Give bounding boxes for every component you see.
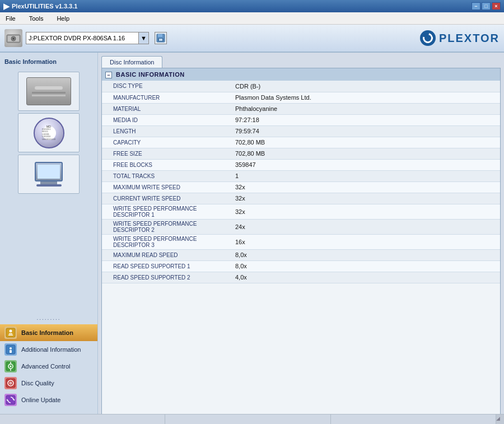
row-value: Plasmon Data Systems Ltd. bbox=[231, 92, 500, 103]
nav-item-advanced-control[interactable]: Advanced Control bbox=[0, 358, 97, 375]
table-container[interactable]: − BASIC INFORMATION DISC TYPECDR (B-)MAN… bbox=[101, 68, 501, 416]
save-button[interactable] bbox=[155, 32, 167, 44]
row-key: READ SPEED SUPPORTED 1 bbox=[102, 260, 231, 272]
table-row: CURRENT WRITE SPEED32x bbox=[102, 193, 500, 204]
sidebar-nav: Basic Information Additional Information bbox=[0, 323, 97, 409]
close-button[interactable]: × bbox=[492, 2, 501, 10]
row-value: 4,0x bbox=[231, 272, 500, 283]
table-row: DISC TYPECDR (B-) bbox=[102, 81, 500, 92]
nav-item-additional-information[interactable]: Additional Information bbox=[0, 341, 97, 358]
row-value: 97:27:18 bbox=[231, 114, 500, 125]
row-key: CAPACITY bbox=[102, 137, 231, 148]
table-row: WRITE SPEED PERFORMANCE DESCRIPTOR 132x bbox=[102, 204, 500, 219]
advanced-control-icon bbox=[4, 360, 17, 372]
computer-icon bbox=[35, 162, 63, 187]
maximize-button[interactable]: □ bbox=[482, 2, 491, 10]
row-key: DISC TYPE bbox=[102, 81, 231, 92]
nav-label-basic: Basic Information bbox=[21, 329, 73, 336]
sidebar-title: Basic Information bbox=[0, 55, 97, 69]
drive-icon bbox=[4, 29, 22, 47]
title-controls: − □ × bbox=[472, 2, 501, 10]
row-value: CDR (B-) bbox=[231, 81, 500, 92]
drive-combo-text: J:PLEXTOR DVDR PX-806SA 1.16 bbox=[26, 35, 138, 41]
svg-point-23 bbox=[10, 383, 11, 384]
main-layout: Basic Information MD 0101011001 bbox=[0, 53, 504, 423]
tab-bar: Disc Information bbox=[101, 56, 501, 68]
nav-label-advanced: Advanced Control bbox=[21, 363, 70, 370]
nav-label-additional: Additional Information bbox=[21, 346, 81, 353]
nav-label-update: Online Update bbox=[21, 397, 60, 403]
table-row: WRITE SPEED PERFORMANCE DESCRIPTOR 224x bbox=[102, 219, 500, 234]
section-title: BASIC INFORMATION bbox=[116, 71, 185, 78]
row-key: MAXIMUM READ SPEED bbox=[102, 249, 231, 260]
svg-rect-7 bbox=[159, 39, 162, 41]
status-segment-2 bbox=[165, 414, 330, 424]
row-key: FREE SIZE bbox=[102, 148, 231, 159]
nav-item-basic-information[interactable]: Basic Information bbox=[0, 324, 97, 341]
plextor-circle-icon bbox=[420, 30, 436, 46]
menu-help[interactable]: Help bbox=[53, 14, 73, 23]
disc-quality-icon bbox=[4, 377, 17, 389]
minimize-button[interactable]: − bbox=[472, 2, 480, 10]
plextor-brand-text: PLEXTOR bbox=[439, 32, 500, 45]
tab-disc-information[interactable]: Disc Information bbox=[101, 56, 162, 68]
svg-rect-8 bbox=[6, 328, 15, 337]
nav-item-disc-quality[interactable]: Disc Quality bbox=[0, 375, 97, 392]
row-value: 8,0x bbox=[231, 260, 500, 272]
menu-file[interactable]: File bbox=[2, 14, 19, 23]
row-key: MANUFACTURER bbox=[102, 92, 231, 103]
row-key: MATERIAL bbox=[102, 103, 231, 114]
cd-icon: MD 010101100111110001110101010000101110 bbox=[34, 118, 64, 148]
status-segment-1 bbox=[0, 414, 165, 424]
row-key: MAXIMUM WRITE SPEED bbox=[102, 181, 231, 193]
cd-label: MD 010101100111110001110101010000101110 bbox=[42, 126, 56, 140]
app-title: PlexUTILITIES v1.3.3.1 bbox=[12, 3, 77, 10]
row-value: 359847 bbox=[231, 159, 500, 170]
row-value: 8,0x bbox=[231, 249, 500, 260]
nav-item-online-update[interactable]: Online Update bbox=[0, 392, 97, 408]
table-row: READ SPEED SUPPORTED 24,0x bbox=[102, 272, 500, 283]
drive-combo[interactable]: J:PLEXTOR DVDR PX-806SA 1.16 ▼ bbox=[26, 32, 149, 44]
status-bar: ◢ bbox=[0, 414, 504, 424]
info-table: − BASIC INFORMATION DISC TYPECDR (B-)MAN… bbox=[102, 68, 500, 283]
sidebar-dots: ......... bbox=[0, 313, 97, 323]
collapse-button[interactable]: − bbox=[105, 72, 112, 78]
table-row: READ SPEED SUPPORTED 18,0x bbox=[102, 260, 500, 272]
toolbar: J:PLEXTOR DVDR PX-806SA 1.16 ▼ PLEXTOR bbox=[0, 25, 504, 53]
basic-info-icon bbox=[4, 327, 17, 339]
svg-point-17 bbox=[10, 366, 12, 367]
nav-label-quality: Disc Quality bbox=[21, 380, 54, 386]
svg-rect-14 bbox=[10, 350, 12, 353]
table-row: MAXIMUM READ SPEED8,0x bbox=[102, 249, 500, 260]
drive-selector: J:PLEXTOR DVDR PX-806SA 1.16 ▼ bbox=[4, 29, 167, 47]
row-key: WRITE SPEED PERFORMANCE DESCRIPTOR 1 bbox=[102, 204, 231, 219]
app-logo-icon: ▶ bbox=[3, 2, 10, 11]
row-key: TOTAL TRACKS bbox=[102, 170, 231, 181]
svg-point-3 bbox=[13, 38, 15, 40]
menu-tools[interactable]: Tools bbox=[26, 14, 47, 23]
sidebar-image-disc: MD 010101100111110001110101010000101110 bbox=[18, 113, 80, 152]
online-update-icon bbox=[4, 394, 17, 406]
svg-point-9 bbox=[10, 330, 12, 333]
row-value: 16x bbox=[231, 234, 500, 249]
row-key: WRITE SPEED PERFORMANCE DESCRIPTOR 3 bbox=[102, 234, 231, 249]
table-row: WRITE SPEED PERFORMANCE DESCRIPTOR 316x bbox=[102, 234, 500, 249]
sidebar-image-dvd-drive bbox=[18, 72, 80, 111]
table-row: LENGTH79:59:74 bbox=[102, 125, 500, 137]
content-area: Disc Information − BASIC INFORMATION DIS… bbox=[98, 53, 504, 423]
row-value: 32x bbox=[231, 204, 500, 219]
title-bar-left: ▶ PlexUTILITIES v1.3.3.1 bbox=[3, 2, 77, 11]
row-value: 1 bbox=[231, 170, 500, 181]
row-key: FREE BLOCKS bbox=[102, 159, 231, 170]
drive-combo-arrow[interactable]: ▼ bbox=[138, 32, 148, 44]
status-resize-grip: ◢ bbox=[496, 414, 504, 424]
sidebar: Basic Information MD 0101011001 bbox=[0, 53, 98, 423]
table-body: DISC TYPECDR (B-)MANUFACTURERPlasmon Dat… bbox=[102, 81, 500, 283]
section-header-row: − BASIC INFORMATION bbox=[102, 68, 500, 81]
row-value: 702,80 MB bbox=[231, 137, 500, 148]
svg-rect-11 bbox=[8, 335, 13, 336]
dvd-drive-icon bbox=[26, 77, 71, 105]
row-value: 32x bbox=[231, 193, 500, 204]
status-segment-3 bbox=[331, 414, 496, 424]
section-header-cell: − BASIC INFORMATION bbox=[102, 68, 500, 81]
